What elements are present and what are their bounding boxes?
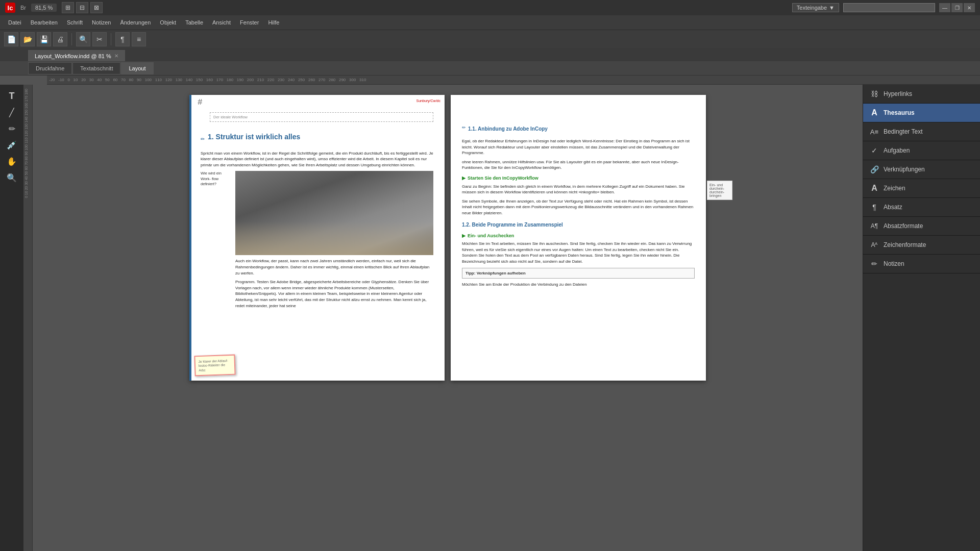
page2-body3: Ganz zu Beginn: Sie befinden sich gleich… bbox=[462, 184, 695, 195]
arrow-icon-2: ▶ bbox=[462, 233, 465, 239]
menu-objekt[interactable]: Objekt bbox=[156, 17, 180, 28]
eyedropper-tool[interactable]: 💉 bbox=[5, 138, 19, 152]
paragraph-button[interactable]: ¶ bbox=[115, 32, 130, 46]
page1-body1: Spricht man von einem Workflow, ist in d… bbox=[201, 151, 433, 168]
page-1: # Sunbury/Cw/dc Der ideale Workflow ✏ 1.… bbox=[189, 95, 445, 381]
panel-zeichenformate-header[interactable]: Aᴬ Zeichenformate bbox=[863, 236, 980, 254]
panel-zeichen-header[interactable]: A Zeichen bbox=[863, 179, 980, 197]
tab-close-icon[interactable]: ✕ bbox=[114, 53, 118, 59]
panel-aufgaben-header[interactable]: ✓ Aufgaben bbox=[863, 141, 980, 160]
sticky-note: Je klarer der Ablauf- lestoc-Räleiter di… bbox=[194, 355, 235, 377]
panel-verknuepfungen-header[interactable]: 🔗 Verknüpfungen bbox=[863, 160, 980, 179]
panel-bedingter-text-header[interactable]: A≡ Bedingter Text bbox=[863, 122, 980, 141]
menu-tabelle[interactable]: Tabelle bbox=[181, 17, 207, 28]
h2-row-1: ✏ 1.1. Anbindung zu Adobe InCopy bbox=[462, 120, 695, 135]
tip-box: Tipp: Verknüpfungen aufheben bbox=[462, 268, 695, 279]
panel-thesaurus: A Thesaurus bbox=[863, 104, 980, 122]
panel-absatzformate: A¶ Absatzformate bbox=[863, 217, 980, 236]
tab-bar: Layout_Workflow.indd @ 81 % ✕ bbox=[0, 48, 980, 61]
hyperlinks-icon: ⛓ bbox=[869, 89, 879, 99]
page2-body5: Möchten Sie im Text arbeiten, müssen Sie… bbox=[462, 241, 695, 264]
menu-bearbeiten[interactable]: Bearbeiten bbox=[27, 17, 62, 28]
panel-hyperlinks-header[interactable]: ⛓ Hyperlinks bbox=[863, 85, 980, 103]
panel-hyperlinks: ⛓ Hyperlinks bbox=[863, 85, 980, 104]
tip-label: Tipp: Verknüpfungen aufheben bbox=[465, 270, 691, 276]
pencil-tool[interactable]: ✏ bbox=[5, 121, 19, 136]
document-tab[interactable]: Layout_Workflow.indd @ 81 % ✕ bbox=[28, 50, 125, 61]
panel-zeichen-label: Zeichen bbox=[884, 185, 974, 192]
page1-body2: Auch ein Workflow, der passt, kann nach … bbox=[235, 258, 433, 276]
new-button[interactable]: 📄 bbox=[4, 32, 18, 46]
menu-ansicht[interactable]: Ansicht bbox=[208, 17, 235, 28]
content-area: 0 10 20 30 40 50 60 70 80 90 100 110 120… bbox=[23, 85, 980, 551]
panel-absatz-header[interactable]: ¶ Absatz bbox=[863, 198, 980, 216]
notizen-icon: ✏ bbox=[869, 259, 879, 269]
print-button[interactable]: 🖨 bbox=[53, 32, 67, 46]
menu-datei[interactable]: Datei bbox=[4, 17, 26, 28]
page2-h3-2: ▶ Ein- und Auschecken bbox=[462, 233, 695, 239]
page1-image bbox=[235, 171, 433, 255]
canvas[interactable]: # Sunbury/Cw/dc Der ideale Workflow ✏ 1.… bbox=[33, 85, 863, 551]
tab-druckfahne[interactable]: Druckfahne bbox=[28, 62, 72, 74]
hand-tool[interactable]: ✋ bbox=[5, 154, 19, 168]
open-button[interactable]: 📂 bbox=[20, 32, 35, 46]
two-col-layout: Wie wird ein Work- flow definiert? Auch … bbox=[201, 171, 433, 312]
panel-thesaurus-header[interactable]: A Thesaurus bbox=[863, 104, 980, 122]
panel-thesaurus-label: Thesaurus bbox=[884, 109, 974, 116]
minimize-button[interactable]: — bbox=[939, 3, 950, 12]
panel-absatz-label: Absatz bbox=[884, 204, 974, 211]
panel-absatz: ¶ Absatz bbox=[863, 198, 980, 217]
verknuepfungen-icon: 🔗 bbox=[869, 164, 879, 174]
separator-2 bbox=[111, 33, 111, 45]
left-sidebar-text: Wie wird ein Work- flow definiert? bbox=[201, 171, 231, 312]
view-icon-3[interactable]: ⊠ bbox=[90, 2, 103, 13]
view-icon-2[interactable]: ⊟ bbox=[76, 2, 88, 13]
titlebar-left: Ic Br 81,5 % ⊞ ⊟ ⊠ bbox=[5, 2, 103, 13]
align-button[interactable]: ≡ bbox=[132, 32, 146, 46]
right-aside-label: Ein- und durchein- durchein- bringen bbox=[707, 181, 732, 200]
panel-bedingter-text: A≡ Bedingter Text bbox=[863, 122, 980, 141]
texteingabe-dropdown[interactable]: Texteingabe ▼ bbox=[792, 3, 839, 12]
menu-fenster[interactable]: Fenster bbox=[236, 17, 263, 28]
panel-zeichenformate: Aᴬ Zeichenformate bbox=[863, 236, 980, 255]
tab-layout[interactable]: Layout bbox=[121, 62, 153, 74]
ruler-horizontal: -20 -10 0 10 20 30 40 50 60 70 80 90 100… bbox=[47, 76, 863, 85]
panel-absatzformate-header[interactable]: A¶ Absatzformate bbox=[863, 217, 980, 235]
view-icon-1[interactable]: ⊞ bbox=[62, 2, 74, 13]
panel-notizen: ✏ Notizen bbox=[863, 255, 980, 273]
page2-body2: ohne leeren Rahmen, unnütze Hilfslinien … bbox=[462, 159, 695, 171]
save-button[interactable]: 💾 bbox=[37, 32, 51, 46]
zoom-tool[interactable]: 🔍 bbox=[5, 170, 19, 185]
thesaurus-icon: A bbox=[869, 108, 879, 118]
panel-notizen-header[interactable]: ✏ Notizen bbox=[863, 255, 980, 273]
image-overlay bbox=[235, 221, 433, 255]
bridge-icon[interactable]: Br bbox=[20, 5, 26, 11]
cut-button[interactable]: ✂ bbox=[92, 32, 107, 46]
panel-zeichenformate-label: Zeichenformate bbox=[884, 241, 974, 248]
line-tool[interactable]: ╱ bbox=[5, 105, 19, 119]
tab-textabschnitt[interactable]: Textabschnitt bbox=[72, 62, 120, 74]
toolbar: 📄 📂 💾 🖨 🔍 ✂ ¶ ≡ bbox=[0, 30, 980, 48]
sticky-line2: Arbc bbox=[199, 367, 231, 372]
find-button[interactable]: 🔍 bbox=[76, 32, 90, 46]
bridge-shortcut[interactable]: Br bbox=[20, 5, 26, 11]
menu-schrift[interactable]: Schrift bbox=[63, 17, 87, 28]
h1-row: ✏ 1. Struktur ist wirklich alles bbox=[201, 132, 433, 146]
search-input[interactable] bbox=[843, 3, 935, 12]
main-area: T ╱ ✏ 💉 ✋ 🔍 0 10 20 30 40 50 60 70 80 90… bbox=[0, 85, 980, 551]
sub-tab-bar: Druckfahne Textabschnitt Layout bbox=[0, 61, 980, 76]
close-button[interactable]: ✕ bbox=[964, 3, 975, 12]
page1-content: ✏ 1. Struktur ist wirklich alles Spricht… bbox=[189, 122, 445, 322]
bedingter-text-icon: A≡ bbox=[869, 127, 879, 137]
type-tool[interactable]: T bbox=[5, 89, 19, 103]
zoom-level[interactable]: 81,5 % bbox=[31, 4, 57, 12]
page2-h2-2: 1.2. Beide Programme im Zusammenspiel bbox=[462, 221, 695, 229]
menu-aenderungen[interactable]: Änderungen bbox=[116, 17, 155, 28]
menu-hilfe[interactable]: Hilfe bbox=[264, 17, 283, 28]
maximize-button[interactable]: ❐ bbox=[951, 3, 963, 12]
menu-notizen[interactable]: Notizen bbox=[88, 17, 115, 28]
document-spread: # Sunbury/Cw/dc Der ideale Workflow ✏ 1.… bbox=[189, 95, 706, 381]
pencil-icon-1: ✏ bbox=[201, 136, 205, 143]
ruler-right-spacer bbox=[863, 76, 980, 85]
page2-body6: Möchten Sie am Ende der Produktion die V… bbox=[462, 282, 695, 288]
